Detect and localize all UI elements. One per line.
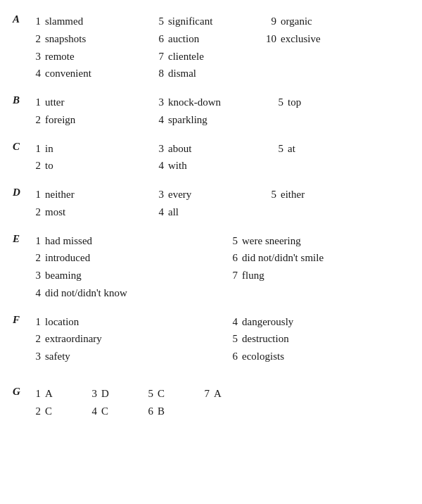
list-item: 3about [151,140,271,158]
list-item: 1neither [28,186,151,203]
list-item: 3every [151,186,264,203]
section-a-col3: 9organic 10exclusive [264,13,321,82]
section-f: F 1location 2extraordinary 3safety 4dang… [13,313,407,365]
section-g-content: 1A 2C 3D 4C 5C 6B 7A [28,385,407,420]
list-item: 3knock-down [151,94,271,111]
section-c: C 1in 2to 3about 4with 5at [13,140,407,175]
section-e-col2: 5were sneering 6did not/didn't smile 7fl… [225,232,352,302]
section-g-col2: 3D 4C [84,385,141,420]
list-item: 5were sneering [225,232,352,250]
section-letter-a: A [13,13,28,25]
list-item: 5C [141,385,197,403]
list-item: 9organic [264,13,321,30]
section-g-col4: 7A [197,385,239,420]
section-b-col2: 3knock-down 4sparkling [151,94,271,129]
list-item: 1in [28,140,151,158]
list-item: 2to [28,157,151,175]
list-item: 2introduced [28,249,225,267]
section-b-content: 1utter 2foreign 3knock-down 4sparkling 5… [28,94,407,129]
list-item: 3D [84,385,141,403]
section-c-col1: 1in 2to [28,140,151,175]
list-item: 2snapshots [28,30,151,48]
list-item: 2most [28,203,151,221]
section-c-col2: 3about 4with [151,140,271,175]
list-item: 8dismal [151,65,264,82]
section-a: A 1slammed 2snapshots 3remote 4convenien… [13,13,407,82]
section-f-col2: 4dangerously 5destruction 6ecologists [225,313,352,365]
section-letter-c: C [13,140,28,153]
section-a-content: 1slammed 2snapshots 3remote 4convenient … [28,13,407,82]
section-letter-e: E [13,232,28,245]
list-item: 1had missed [28,232,225,250]
section-a-col2: 5significant 6auction 7clientele 8dismal [151,13,264,82]
section-letter-f: F [13,313,28,326]
section-b-col3: 5top [271,94,327,129]
section-g-col3: 5C 6B [141,385,197,420]
list-item: 6ecologists [225,348,352,365]
section-c-col3: 5at [271,140,327,175]
section-a-col1: 1slammed 2snapshots 3remote 4convenient [28,13,151,82]
section-f-content: 1location 2extraordinary 3safety 4danger… [28,313,407,365]
list-item: 4C [84,403,141,420]
list-item: 10exclusive [264,30,321,48]
list-item: 3safety [28,348,225,365]
section-letter-g: G [13,385,28,398]
list-item: 7clientele [151,48,264,65]
section-d-col3: 5either [264,186,320,221]
list-item: 3beaming [28,267,225,284]
section-e-content: 1had missed 2introduced 3beaming 4did no… [28,232,407,302]
list-item: 2extraordinary [28,330,225,348]
spacer [13,377,407,385]
list-item: 5either [264,186,320,203]
section-d-col2: 3every 4all [151,186,264,221]
list-item: 6B [141,403,197,420]
section-f-col1: 1location 2extraordinary 3safety [28,313,225,365]
section-b-col1: 1utter 2foreign [28,94,151,129]
section-b: B 1utter 2foreign 3knock-down 4sparkling… [13,94,407,129]
list-item: 2C [28,403,84,420]
list-item: 6did not/didn't smile [225,249,352,267]
list-item: 5destruction [225,330,352,348]
section-e: E 1had missed 2introduced 3beaming 4did … [13,232,407,302]
section-d-col1: 1neither 2most [28,186,151,221]
list-item: 1A [28,385,84,403]
list-item: 5significant [151,13,264,30]
section-c-content: 1in 2to 3about 4with 5at [28,140,407,175]
list-item: 1slammed [28,13,151,30]
list-item: 4sparkling [151,111,271,129]
list-item: 1location [28,313,225,331]
list-item: 6auction [151,30,264,48]
section-d-content: 1neither 2most 3every 4all 5either [28,186,407,221]
list-item: 4all [151,203,264,221]
list-item: 5top [271,94,327,111]
list-item: 4dangerously [225,313,352,331]
section-g: G 1A 2C 3D 4C 5C 6B 7A [13,385,407,420]
list-item: 4convenient [28,65,151,82]
section-letter-d: D [13,186,28,199]
list-item: 4did not/didn't know [28,284,225,302]
list-item: 5at [271,140,327,158]
list-item: 2foreign [28,111,151,129]
list-item: 4with [151,157,271,175]
list-item: 3remote [28,48,151,65]
section-letter-b: B [13,94,28,106]
list-item: 1utter [28,94,151,111]
section-g-col1: 1A 2C [28,385,84,420]
list-item: 7A [197,385,239,403]
list-item: 7flung [225,267,352,284]
section-e-col1: 1had missed 2introduced 3beaming 4did no… [28,232,225,302]
section-d: D 1neither 2most 3every 4all 5either [13,186,407,221]
